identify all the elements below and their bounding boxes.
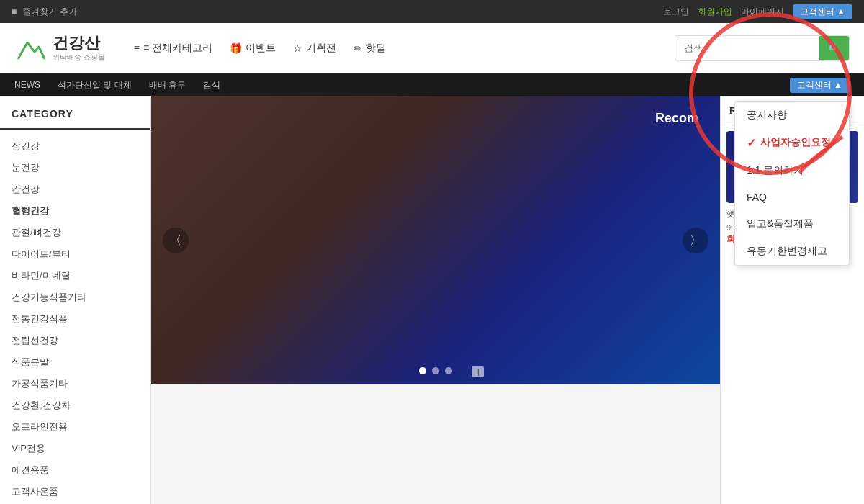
nav-hotdeal-label: 핫딜 xyxy=(366,42,386,55)
top-bar-right: 로그인 회원가입 마이페이지 고객센터 ▲ xyxy=(663,4,852,19)
cat-item-2[interactable]: 간건강 xyxy=(0,179,150,200)
banner-dot-3[interactable] xyxy=(445,367,452,374)
category-title: CATEGORY xyxy=(0,108,150,130)
sub-search[interactable]: 검색 xyxy=(203,79,220,91)
login-link[interactable]: 로그인 xyxy=(663,6,689,18)
logo: 건강산 위탁배송 쇼핑몰 xyxy=(14,34,105,63)
cat-item-11[interactable]: 가공식품기타 xyxy=(0,373,150,395)
top-bar: ■ 즐겨찾기 추가 로그인 회원가입 마이페이지 고객센터 ▲ xyxy=(0,0,864,23)
search-input[interactable] xyxy=(675,42,819,53)
notice-label: 공지사항 xyxy=(747,109,787,122)
business-label: 사업자승인요정 xyxy=(760,136,831,149)
cat-item-14[interactable]: VIP전용 xyxy=(0,438,150,459)
signup-link[interactable]: 회원가입 xyxy=(698,6,732,18)
top-bar-left: ■ 즐겨찾기 추가 xyxy=(12,6,77,18)
search-bar: 🔍 xyxy=(675,35,850,61)
bookmark-icon: ■ xyxy=(12,6,17,17)
mypage-link[interactable]: 마이페이지 xyxy=(741,6,784,18)
sub-notice[interactable]: 석가탄신일 및 대체 xyxy=(58,79,132,91)
customer-center-topbar-btn[interactable]: 고객센터 ▲ xyxy=(793,4,852,19)
customer-center-wrapper: 고객센터 ▲ 공지사항 ✓ 사업자승인요정 1:1 문의하기 FAQ 입고&품절… xyxy=(790,78,850,93)
faq-label: FAQ xyxy=(747,192,767,203)
logo-sub: 위탁배송 쇼핑몰 xyxy=(53,53,105,62)
cat-item-4[interactable]: 관절/뼈건강 xyxy=(0,222,150,243)
banner-area: Recom 〈 ‖ 〉 BEST PRODUCT 베스트 상품 더보기+ xyxy=(151,96,720,384)
check-icon: ✓ xyxy=(747,136,756,150)
cat-item-15[interactable]: 에견용품 xyxy=(0,459,150,481)
banner-controls xyxy=(419,367,452,374)
menu-icon: ≡ xyxy=(134,42,140,54)
nav-hotdeal[interactable]: ✏ 핫딜 xyxy=(354,42,386,55)
cat-item-13[interactable]: 오프라인전용 xyxy=(0,416,150,438)
main-banner: Recom 〈 ‖ 〉 xyxy=(151,96,720,384)
cat-item-9[interactable]: 전립선건강 xyxy=(0,330,150,351)
cat-item-7[interactable]: 건강기능식품기타 xyxy=(0,287,150,308)
star-icon: ☆ xyxy=(293,42,302,54)
customer-center-button[interactable]: 고객센터 ▲ xyxy=(790,78,850,93)
expiry-label: 유동기한변경재고 xyxy=(747,245,827,258)
banner-prev-button[interactable]: 〈 xyxy=(163,228,189,253)
cat-item-12[interactable]: 건강환,건강차 xyxy=(0,395,150,416)
header: 건강산 위탁배송 쇼핑몰 ≡ ≡ 전체카테고리 🎁 이벤트 ☆ 기획전 ✏ 핫딜… xyxy=(0,23,864,73)
banner-next-button[interactable]: 〉 xyxy=(683,228,708,253)
dropdown-item-business[interactable]: ✓ 사업자승인요정 xyxy=(735,129,849,157)
stock-label: 입고&품절제품 xyxy=(747,217,814,230)
gift-icon: 🎁 xyxy=(230,42,242,54)
sidebar: CATEGORY 장건강 눈건강 간건강 혈행건강 관절/뼈건강 다이어트/뷰티… xyxy=(0,96,151,504)
sub-news[interactable]: NEWS xyxy=(14,80,40,90)
logo-title: 건강산 xyxy=(53,34,105,53)
nav-all-category[interactable]: ≡ ≡ 전체카테고리 xyxy=(134,42,212,55)
nav-event[interactable]: 🎁 이벤트 xyxy=(230,42,276,55)
cat-item-1[interactable]: 눈건강 xyxy=(0,157,150,179)
logo-mountain-icon xyxy=(14,34,47,63)
cat-item-8[interactable]: 전통건강식품 xyxy=(0,308,150,330)
pencil-icon: ✏ xyxy=(354,42,362,54)
bookmark-label[interactable]: 즐겨찾기 추가 xyxy=(22,6,76,18)
inquiry-label: 1:1 문의하기 xyxy=(747,164,804,177)
cat-item-5[interactable]: 다이어트/뷰티 xyxy=(0,243,150,265)
cat-item-0[interactable]: 장건강 xyxy=(0,135,150,157)
cat-item-6[interactable]: 비타민/미네랄 xyxy=(0,265,150,287)
cat-item-10[interactable]: 식품분말 xyxy=(0,351,150,373)
main-nav: ≡ ≡ 전체카테고리 🎁 이벤트 ☆ 기획전 ✏ 핫딜 xyxy=(134,42,386,55)
dropdown-item-inquiry[interactable]: 1:1 문의하기 xyxy=(735,157,849,184)
dropdown-item-faq[interactable]: FAQ xyxy=(735,184,849,210)
banner-dot-2[interactable] xyxy=(432,367,439,374)
banner-recommend: Recom xyxy=(655,111,698,126)
customer-center-dropdown: 공지사항 ✓ 사업자승인요정 1:1 문의하기 FAQ 입고&품절제품 유동기한… xyxy=(734,101,850,266)
dropdown-item-expiry[interactable]: 유동기한변경재고 xyxy=(735,238,849,265)
cat-item-3[interactable]: 혈행건강 xyxy=(0,200,150,222)
logo-text: 건강산 위탁배송 쇼핑몰 xyxy=(53,34,105,61)
sub-holiday[interactable]: 배배 휴무 xyxy=(149,79,186,91)
banner-pause-button[interactable]: ‖ xyxy=(472,366,484,377)
nav-plan[interactable]: ☆ 기획전 xyxy=(293,42,336,55)
nav-plan-label: 기획전 xyxy=(306,42,336,55)
dropdown-item-notice[interactable]: 공지사항 xyxy=(735,102,849,129)
banner-dot-1[interactable] xyxy=(419,367,426,374)
cat-item-16[interactable]: 고객사은품 xyxy=(0,481,150,503)
dropdown-item-stock[interactable]: 입고&품절제품 xyxy=(735,210,849,238)
sub-header: NEWS 석가탄신일 및 대체 배배 휴무 검색 고객센터 ▲ 공지사항 ✓ 사… xyxy=(0,73,864,96)
nav-event-label: 이벤트 xyxy=(246,42,276,55)
search-button[interactable]: 🔍 xyxy=(819,35,849,61)
